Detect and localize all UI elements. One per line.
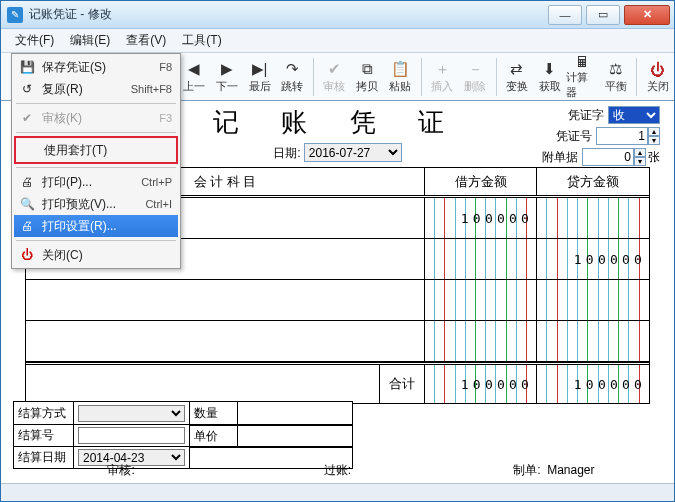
dm-close[interactable]: ⏻ 关闭(C) [14,244,178,266]
tb-convert[interactable]: ⇄变换 [500,55,533,99]
audit-icon: ✔ [18,110,36,126]
tb-prev[interactable]: ◀上一 [177,55,210,99]
paste-icon: 📋 [390,59,410,79]
cell-subject[interactable] [26,321,425,361]
file-dropdown: 💾 保存凭证(S) F8 ↺ 复原(R) Shift+F8 ✔ 审核(K) F3… [11,53,181,269]
tb-delete-label: 删除 [464,79,486,94]
tb-prev-label: 上一 [183,79,205,94]
cell-debit[interactable] [425,280,537,320]
cell-subject[interactable] [26,280,425,320]
stamp-icon: ✔ [324,59,344,79]
sign-post: 过账: [324,463,351,477]
menu-edit[interactable]: 编辑(E) [62,30,118,51]
cell-debit[interactable] [425,321,537,361]
settle-no-input[interactable] [78,427,185,444]
window-title: 记账凭证 - 修改 [29,6,112,23]
cell-credit[interactable] [537,321,649,361]
grid-footer: 合计 100000 100000 [26,362,649,403]
dm-print-sc: Ctrl+P [141,176,172,188]
dm-printset[interactable]: 🖨 打印设置(R)... [14,215,178,237]
close-window-button[interactable]: ✕ [624,5,670,25]
copy-icon: ⧉ [357,59,377,79]
dm-restore-sc: Shift+F8 [131,83,172,95]
tb-insert-label: 插入 [431,79,453,94]
dm-sep4 [16,240,176,241]
tb-next-label: 下一 [216,79,238,94]
tb-insert: ＋插入 [426,55,459,99]
menu-view[interactable]: 查看(V) [118,30,174,51]
total-debit-val: 100000 [461,377,533,392]
tb-copy-label: 拷贝 [356,79,378,94]
tb-balance[interactable]: ⚖平衡 [599,55,632,99]
cell-debit[interactable] [425,239,537,279]
grid-row[interactable] [26,280,649,321]
blank-icon [20,142,38,158]
dm-template-label: 使用套打(T) [44,142,170,159]
menubar: 文件(F) 编辑(E) 查看(V) 工具(T) [1,29,674,53]
settlement-panel: 结算方式 数量 结算号 单价 结算日期 2014-04-23 [13,401,353,469]
tb-balance-label: 平衡 [605,79,627,94]
settle-method-select[interactable] [78,405,185,422]
restore-icon: ↺ [18,81,36,97]
tb-fetch[interactable]: ⬇获取 [533,55,566,99]
preview-icon: 🔍 [18,196,36,212]
footer-left [26,365,380,403]
power-icon: ⏻ [648,59,668,79]
dm-sep3 [16,167,176,168]
cell-debit[interactable]: 100000 [425,198,537,238]
tb-paste-label: 粘贴 [389,79,411,94]
dm-save[interactable]: 💾 保存凭证(S) F8 [14,56,178,78]
jump-icon: ↷ [282,59,302,79]
total-label: 合计 [380,365,425,403]
tb-copy[interactable]: ⧉拷贝 [351,55,384,99]
tb-close[interactable]: ⏻关闭 [641,55,674,99]
dm-restore[interactable]: ↺ 复原(R) Shift+F8 [14,78,178,100]
maximize-button[interactable]: ▭ [586,5,620,25]
tb-convert-label: 变换 [506,79,528,94]
dm-preview-sc: Ctrl+I [145,198,172,210]
delete-icon: － [465,59,485,79]
save-icon: 💾 [18,59,36,75]
app-icon: ✎ [7,7,23,23]
dm-template[interactable]: 使用套打(T) [16,139,176,161]
dm-audit: ✔ 审核(K) F3 [14,107,178,129]
tb-paste[interactable]: 📋粘贴 [384,55,417,99]
minimize-button[interactable]: — [548,5,582,25]
calculator-icon: 🖩 [573,53,593,70]
end-icon: ▶| [250,59,270,79]
dm-restore-label: 复原(R) [42,81,131,98]
convert-icon: ⇄ [507,59,527,79]
dm-preview[interactable]: 🔍 打印预览(V)... Ctrl+I [14,193,178,215]
balance-icon: ⚖ [606,59,626,79]
date-select[interactable]: 2016-07-27 [304,143,402,162]
cell-credit[interactable]: 100000 [537,239,649,279]
insert-icon: ＋ [432,59,452,79]
menu-tool[interactable]: 工具(T) [174,30,229,51]
sign-maker: Manager [547,463,594,477]
cell-credit[interactable] [537,280,649,320]
dm-preview-label: 打印预览(V)... [42,196,145,213]
tb-last[interactable]: ▶|最后 [243,55,276,99]
cell-credit[interactable] [537,198,649,238]
settle-no-label: 结算号 [14,425,74,446]
col-debit: 借方金额 [425,168,537,195]
date-label: 日期: [273,146,300,160]
tb-calc[interactable]: 🖩计算器 [566,55,599,99]
menu-file[interactable]: 文件(F) [7,30,62,51]
tb-calc-label: 计算器 [566,70,599,100]
tb-jump[interactable]: ↷跳转 [276,55,309,99]
dm-sep2 [16,132,176,133]
tb-audit: ✔审核 [318,55,351,99]
grid-row[interactable] [26,321,649,362]
voucher-word-select[interactable]: 收 [608,106,660,124]
voucher-word-label: 凭证字 [559,107,604,124]
voucher-no-label: 凭证号 [547,128,592,145]
dm-print[interactable]: 🖨 打印(P)... Ctrl+P [14,171,178,193]
close-icon: ⏻ [18,247,36,263]
sign-make: 制单: [513,463,540,477]
dm-audit-label: 审核(K) [42,110,159,127]
settle-price-label: 单价 [190,425,238,446]
dm-printset-label: 打印设置(R)... [42,218,172,235]
tb-next[interactable]: ▶下一 [210,55,243,99]
total-credit-val: 100000 [574,377,646,392]
